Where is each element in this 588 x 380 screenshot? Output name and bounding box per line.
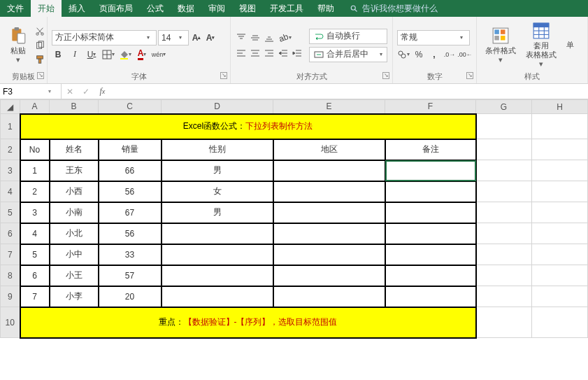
data-cell[interactable]: 小中 <box>50 244 99 265</box>
data-cell[interactable]: 小李 <box>50 286 99 307</box>
format-painter-button[interactable] <box>34 53 46 66</box>
data-cell[interactable] <box>273 286 385 307</box>
increase-font-button[interactable]: A▴ <box>190 31 203 44</box>
percent-button[interactable]: % <box>413 48 425 61</box>
font-size-combo[interactable]: 14▾ <box>158 30 189 45</box>
header-cell[interactable]: No <box>20 139 50 160</box>
border-button[interactable]: ▾ <box>102 48 115 61</box>
footer-cell[interactable]: 重点：【数据验证】-【序列】，选取目标范围值 <box>20 307 476 338</box>
copy-button[interactable] <box>34 39 46 52</box>
data-cell[interactable]: 小南 <box>50 202 99 223</box>
data-cell[interactable]: 女 <box>162 181 273 202</box>
number-format-combo[interactable]: 常规▾ <box>397 30 470 45</box>
cut-button[interactable] <box>34 25 46 38</box>
row-header[interactable]: 2 <box>1 139 20 160</box>
italic-button[interactable]: I <box>69 48 81 61</box>
col-header[interactable]: H <box>532 100 588 114</box>
row-header[interactable]: 8 <box>1 265 20 286</box>
data-cell[interactable]: 男 <box>162 202 273 223</box>
data-cell[interactable]: 20 <box>99 286 162 307</box>
data-cell[interactable] <box>385 202 476 223</box>
tab-data[interactable]: 数据 <box>171 0 201 17</box>
col-header[interactable]: A <box>20 100 50 114</box>
clipboard-launcher[interactable]: ↘ <box>37 72 44 79</box>
bold-button[interactable]: B <box>52 48 64 61</box>
data-cell[interactable]: 小北 <box>50 223 99 244</box>
align-top-button[interactable] <box>235 31 248 44</box>
name-box-input[interactable] <box>3 87 45 97</box>
col-header[interactable]: C <box>99 100 162 114</box>
orientation-button[interactable]: ab▾ <box>277 31 294 44</box>
data-cell[interactable] <box>162 244 273 265</box>
underline-button[interactable]: U▾ <box>85 48 98 61</box>
insert-function-button[interactable]: fx <box>96 86 108 97</box>
align-bottom-button[interactable] <box>263 31 275 44</box>
header-cell[interactable]: 地区 <box>273 139 385 160</box>
title-cell[interactable]: Excel函数公式：下拉列表制作方法 <box>20 114 476 139</box>
tab-insert[interactable]: 插入 <box>62 0 92 17</box>
row-header[interactable]: 3 <box>1 160 20 181</box>
col-header[interactable]: G <box>476 100 532 114</box>
data-cell[interactable]: 7 <box>20 286 50 307</box>
tab-help[interactable]: 帮助 <box>310 0 341 17</box>
data-cell[interactable]: 1 <box>20 160 50 181</box>
decrease-font-button[interactable]: A▾ <box>204 31 217 44</box>
tell-me[interactable]: 告诉我你想要做什么 <box>341 3 438 15</box>
data-cell[interactable]: 4 <box>20 223 50 244</box>
header-cell[interactable]: 销量 <box>99 139 162 160</box>
data-cell[interactable]: 56 <box>99 223 162 244</box>
increase-decimal-button[interactable]: .0→ <box>443 48 456 61</box>
data-cell[interactable] <box>273 223 385 244</box>
data-cell[interactable] <box>385 181 476 202</box>
data-cell[interactable]: 3 <box>20 202 50 223</box>
wrap-text-button[interactable]: 自动换行 <box>309 29 387 44</box>
comma-button[interactable]: , <box>428 48 440 61</box>
decrease-decimal-button[interactable]: .00← <box>459 48 471 61</box>
data-cell[interactable] <box>273 202 385 223</box>
data-cell[interactable]: 67 <box>99 202 162 223</box>
data-cell[interactable] <box>273 265 385 286</box>
tab-view[interactable]: 视图 <box>232 0 263 17</box>
tab-page-layout[interactable]: 页面布局 <box>92 0 140 17</box>
header-cell[interactable]: 姓名 <box>50 139 99 160</box>
accounting-format-button[interactable]: ▾ <box>397 48 410 61</box>
data-cell[interactable]: 男 <box>162 160 273 181</box>
font-launcher[interactable]: ↘ <box>220 72 227 79</box>
worksheet-grid[interactable]: ◢ A B C D E F G H 1 Excel函数公式：下拉列表制作方法 2… <box>0 99 588 380</box>
merge-center-button[interactable]: 合并后居中▾ <box>309 47 387 62</box>
data-cell[interactable] <box>162 286 273 307</box>
align-launcher[interactable]: ↘ <box>382 72 389 79</box>
data-cell[interactable] <box>385 286 476 307</box>
data-cell[interactable] <box>273 160 385 181</box>
data-cell[interactable]: 王东 <box>50 160 99 181</box>
col-header[interactable]: B <box>50 100 99 114</box>
active-cell[interactable] <box>385 160 476 181</box>
tab-formulas[interactable]: 公式 <box>140 0 171 17</box>
data-cell[interactable] <box>273 244 385 265</box>
paste-button[interactable]: 粘贴 ▾ <box>4 20 32 71</box>
formula-input[interactable] <box>110 85 588 99</box>
data-cell[interactable]: 6 <box>20 265 50 286</box>
decrease-indent-button[interactable] <box>277 47 289 59</box>
header-cell[interactable]: 性别 <box>162 139 273 160</box>
align-center-button[interactable] <box>249 47 261 59</box>
data-cell[interactable]: 小西 <box>50 181 99 202</box>
phonetic-button[interactable]: wén▾ <box>152 48 165 61</box>
font-color-button[interactable]: A▾ <box>136 48 148 61</box>
name-box[interactable]: ▾ <box>0 84 62 99</box>
enter-formula-button[interactable]: ✓ <box>80 87 92 97</box>
row-header[interactable]: 7 <box>1 244 20 265</box>
data-cell[interactable] <box>385 265 476 286</box>
conditional-format-button[interactable]: 条件格式▾ <box>481 20 520 71</box>
data-cell[interactable]: 2 <box>20 181 50 202</box>
col-header[interactable]: F <box>385 100 476 114</box>
select-all-corner[interactable]: ◢ <box>1 100 20 114</box>
data-cell[interactable]: 57 <box>99 265 162 286</box>
row-header[interactable]: 10 <box>1 307 20 338</box>
data-cell[interactable] <box>162 265 273 286</box>
data-cell[interactable]: 66 <box>99 160 162 181</box>
data-cell[interactable] <box>162 223 273 244</box>
font-name-combo[interactable]: 方正小标宋简体▾ <box>52 30 157 45</box>
col-header[interactable]: E <box>273 100 385 114</box>
align-right-button[interactable] <box>263 47 275 59</box>
